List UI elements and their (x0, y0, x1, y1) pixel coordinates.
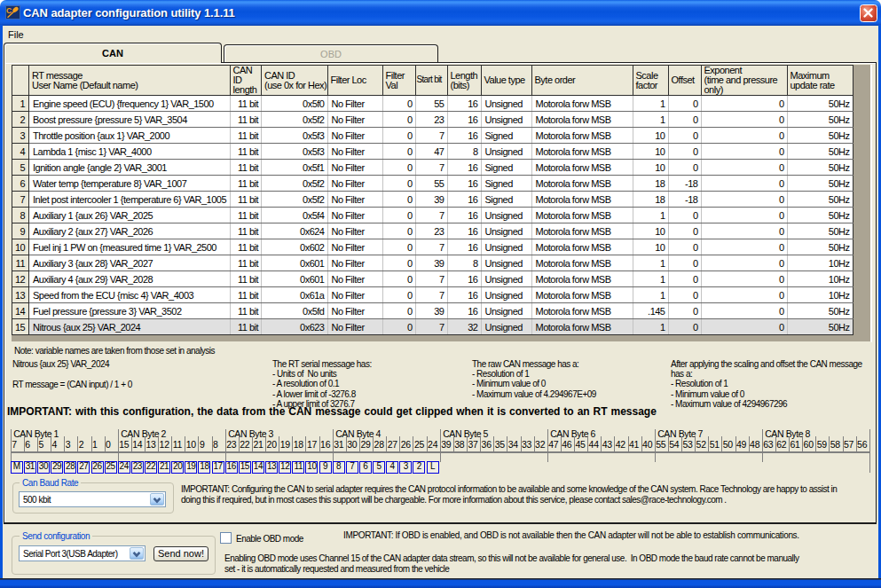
svg-text:C: C (6, 6, 12, 15)
